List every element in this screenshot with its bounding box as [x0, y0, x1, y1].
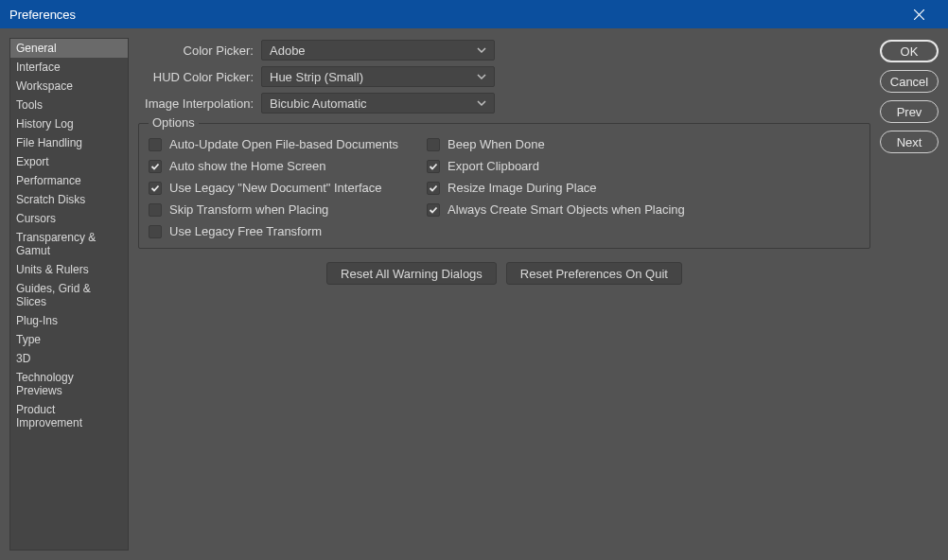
- sidebar-item-tools[interactable]: Tools: [10, 96, 128, 114]
- row-image-interpolation: Image Interpolation: Bicubic Automatic: [138, 93, 870, 114]
- dropdown-hud-color-picker[interactable]: Hue Strip (Small): [261, 66, 495, 87]
- dialog-body: GeneralInterfaceWorkspaceToolsHistory Lo…: [0, 28, 948, 560]
- checkbox[interactable]: [149, 160, 162, 173]
- titlebar: Preferences: [0, 0, 948, 28]
- label-hud-color-picker: HUD Color Picker:: [138, 70, 254, 84]
- next-button[interactable]: Next: [880, 131, 939, 153]
- cancel-button[interactable]: Cancel: [880, 70, 939, 93]
- dropdown-color-picker[interactable]: Adobe: [261, 40, 495, 61]
- dropdown-image-interpolation[interactable]: Bicubic Automatic: [261, 93, 495, 114]
- checkbox[interactable]: [149, 203, 162, 217]
- row-hud-color-picker: HUD Color Picker: Hue Strip (Small): [138, 66, 870, 87]
- sidebar: GeneralInterfaceWorkspaceToolsHistory Lo…: [9, 38, 129, 551]
- options-fieldset: Options Auto-Update Open File-based Docu…: [138, 123, 870, 249]
- options-legend: Options: [149, 115, 199, 130]
- sidebar-item-scratch-disks[interactable]: Scratch Disks: [10, 190, 128, 209]
- sidebar-item-guides-grid-slices[interactable]: Guides, Grid & Slices: [10, 279, 128, 311]
- checkbox[interactable]: [427, 203, 440, 217]
- sidebar-item-file-handling[interactable]: File Handling: [10, 133, 128, 152]
- option-left-0[interactable]: Auto-Update Open File-based Documents: [149, 137, 398, 151]
- checkbox[interactable]: [427, 138, 440, 151]
- sidebar-item-history-log[interactable]: History Log: [10, 114, 128, 133]
- sidebar-item-cursors[interactable]: Cursors: [10, 209, 128, 228]
- reset-prefs-button[interactable]: Reset Preferences On Quit: [506, 262, 682, 285]
- option-right-2[interactable]: Resize Image During Place: [427, 181, 685, 195]
- sidebar-item-general[interactable]: General: [10, 39, 128, 58]
- option-label: Beep When Done: [448, 137, 545, 151]
- chevron-down-icon: [477, 72, 486, 81]
- option-label: Use Legacy Free Transform: [169, 224, 322, 238]
- sidebar-item-workspace[interactable]: Workspace: [10, 77, 128, 96]
- chevron-down-icon: [477, 98, 486, 108]
- form-rows: Color Picker: Adobe HUD Color Picker: Hu…: [138, 38, 870, 114]
- option-right-1[interactable]: Export Clipboard: [427, 159, 685, 173]
- option-label: Skip Transform when Placing: [169, 202, 328, 217]
- checkbox[interactable]: [149, 225, 162, 238]
- dropdown-color-picker-value: Adobe: [270, 44, 477, 58]
- window-title: Preferences: [9, 8, 897, 22]
- reset-buttons-row: Reset All Warning Dialogs Reset Preferen…: [138, 262, 870, 285]
- sidebar-item-transparency-gamut[interactable]: Transparency & Gamut: [10, 228, 128, 260]
- sidebar-item-interface[interactable]: Interface: [10, 58, 128, 77]
- option-left-2[interactable]: Use Legacy "New Document" Interface: [149, 181, 398, 195]
- sidebar-item-type[interactable]: Type: [10, 330, 128, 349]
- option-label: Export Clipboard: [448, 159, 539, 173]
- close-button[interactable]: [897, 0, 940, 28]
- option-label: Always Create Smart Objects when Placing: [448, 202, 685, 217]
- options-col-left: Auto-Update Open File-based DocumentsAut…: [149, 137, 398, 238]
- sidebar-item-export[interactable]: Export: [10, 152, 128, 171]
- option-label: Resize Image During Place: [448, 181, 597, 195]
- checkbox[interactable]: [149, 182, 162, 195]
- checkbox[interactable]: [427, 182, 440, 195]
- ok-button[interactable]: OK: [880, 40, 939, 62]
- option-right-3[interactable]: Always Create Smart Objects when Placing: [427, 202, 685, 217]
- close-icon: [914, 9, 924, 20]
- chevron-down-icon: [477, 45, 486, 55]
- reset-warnings-button[interactable]: Reset All Warning Dialogs: [326, 262, 497, 285]
- option-label: Use Legacy "New Document" Interface: [169, 181, 382, 195]
- sidebar-item-3d[interactable]: 3D: [10, 349, 128, 368]
- options-grid: Auto-Update Open File-based DocumentsAut…: [149, 137, 860, 238]
- sidebar-item-units-rulers[interactable]: Units & Rulers: [10, 260, 128, 279]
- checkbox[interactable]: [427, 160, 440, 173]
- option-left-3[interactable]: Skip Transform when Placing: [149, 202, 398, 217]
- main-panel: Color Picker: Adobe HUD Color Picker: Hu…: [138, 38, 870, 551]
- option-label: Auto show the Home Screen: [169, 159, 325, 173]
- action-buttons: OK Cancel Prev Next: [880, 38, 939, 551]
- dropdown-hud-color-picker-value: Hue Strip (Small): [270, 70, 477, 84]
- row-color-picker: Color Picker: Adobe: [138, 40, 870, 61]
- sidebar-item-performance[interactable]: Performance: [10, 171, 128, 190]
- dropdown-image-interpolation-value: Bicubic Automatic: [270, 96, 477, 111]
- option-left-4[interactable]: Use Legacy Free Transform: [149, 224, 398, 238]
- option-right-0[interactable]: Beep When Done: [427, 137, 685, 151]
- checkbox[interactable]: [149, 138, 162, 151]
- option-label: Auto-Update Open File-based Documents: [169, 137, 398, 151]
- sidebar-item-plug-ins[interactable]: Plug-Ins: [10, 311, 128, 330]
- label-color-picker: Color Picker:: [138, 44, 254, 58]
- prev-button[interactable]: Prev: [880, 100, 939, 123]
- option-left-1[interactable]: Auto show the Home Screen: [149, 159, 398, 173]
- sidebar-item-technology-previews[interactable]: Technology Previews: [10, 368, 128, 400]
- sidebar-item-product-improvement[interactable]: Product Improvement: [10, 400, 128, 432]
- options-col-right: Beep When DoneExport ClipboardResize Ima…: [427, 137, 685, 238]
- label-image-interpolation: Image Interpolation:: [138, 96, 254, 111]
